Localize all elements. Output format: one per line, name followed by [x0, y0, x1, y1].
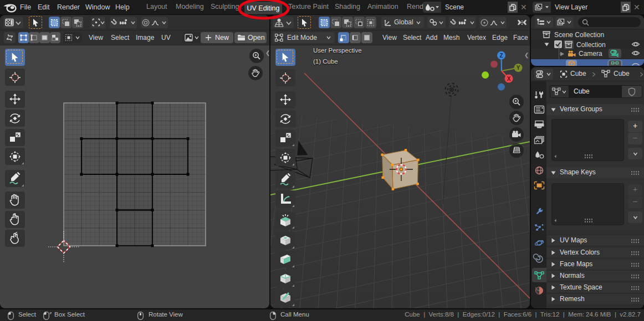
svg-text:Z: Z: [499, 53, 503, 59]
svg-text:X: X: [507, 76, 511, 82]
svg-text:Y: Y: [517, 65, 520, 71]
